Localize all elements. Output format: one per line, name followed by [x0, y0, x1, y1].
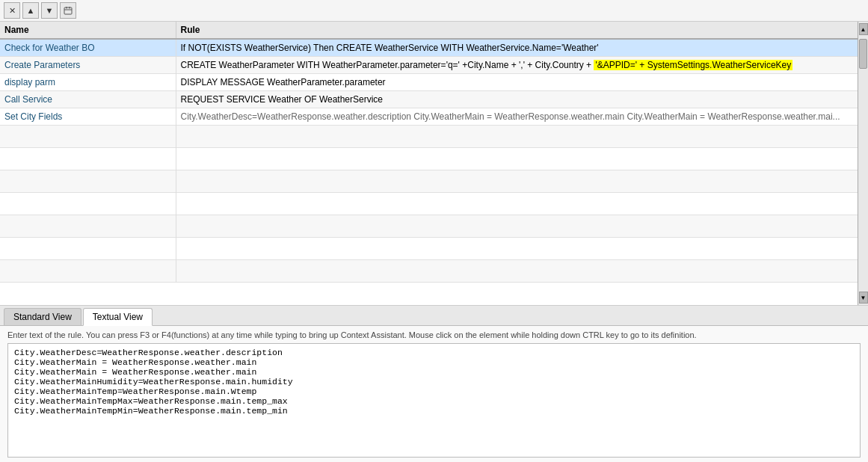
table-row[interactable]: Set City Fields City.WeatherDesc=Weather…: [0, 108, 868, 126]
table-row[interactable]: Create Parameters CREATE WeatherParamete…: [0, 57, 868, 74]
row-name: Check for Weather BO: [0, 39, 176, 57]
col-name-header: Name: [0, 22, 176, 39]
row-name: display parm: [0, 74, 176, 91]
row-rule: If NOT(EXISTS WeatherService) Then CREAT…: [176, 39, 868, 57]
toolbar: ✕ ▲ ▼: [0, 0, 868, 22]
table-row: [0, 170, 868, 193]
hint-text: Enter text of the rule. You can press F3…: [7, 330, 861, 339]
tab-textual-view[interactable]: Textual View: [83, 308, 153, 326]
table-scroll[interactable]: Name Rule Check for Weather BO If NOT(EX…: [0, 22, 868, 283]
close-button[interactable]: ✕: [4, 2, 20, 19]
table-wrapper: Name Rule Check for Weather BO If NOT(EX…: [0, 22, 868, 305]
svg-rect-0: [64, 7, 72, 14]
main-container: ✕ ▲ ▼ Name Rule: [0, 0, 868, 462]
code-editor[interactable]: City.WeatherDesc=WeatherResponse.weather…: [7, 343, 861, 458]
row-rule: DISPLAY MESSAGE WeatherParameter.paramet…: [176, 74, 868, 91]
row-rule: CREATE WeatherParameter WITH WeatherPara…: [176, 57, 868, 74]
tab-content: Enter text of the rule. You can press F3…: [0, 326, 868, 462]
bottom-panel: Standard View Textual View Enter text of…: [0, 305, 868, 462]
row-name: Set City Fields: [0, 108, 176, 126]
up-button[interactable]: ▲: [22, 2, 39, 19]
highlighted-text: '&APPID=' + SystemSettings.WeatherServic…: [594, 60, 792, 70]
table-row: [0, 148, 868, 170]
table-row: [0, 260, 868, 283]
table-row[interactable]: Call Service REQUEST SERVICE Weather OF …: [0, 91, 868, 108]
col-rule-header: Rule: [176, 22, 868, 39]
calendar-button[interactable]: [60, 2, 76, 19]
tab-standard-view[interactable]: Standard View: [4, 308, 81, 325]
vertical-scrollbar[interactable]: ▲ ▼: [858, 22, 868, 305]
down-button[interactable]: ▼: [41, 2, 58, 19]
row-rule: City.WeatherDesc=WeatherResponse.weather…: [176, 108, 868, 126]
row-rule: REQUEST SERVICE Weather OF WeatherServic…: [176, 91, 868, 108]
table-row: [0, 126, 868, 148]
table-row[interactable]: display parm DISPLAY MESSAGE WeatherPara…: [0, 74, 868, 91]
table-row: [0, 193, 868, 215]
tabs-bar: Standard View Textual View: [0, 306, 868, 326]
row-name: Create Parameters: [0, 57, 176, 74]
row-name: Call Service: [0, 91, 176, 108]
table-row: [0, 215, 868, 238]
table-row: [0, 238, 868, 260]
rules-table: Name Rule Check for Weather BO If NOT(EX…: [0, 22, 868, 283]
table-row[interactable]: Check for Weather BO If NOT(EXISTS Weath…: [0, 39, 868, 57]
